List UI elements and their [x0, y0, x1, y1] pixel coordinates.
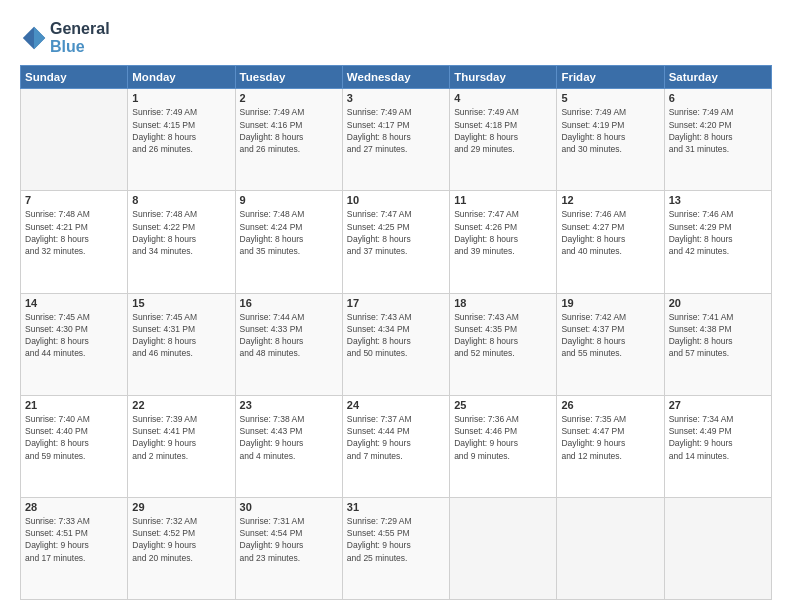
calendar-cell: 30Sunrise: 7:31 AM Sunset: 4:54 PM Dayli…	[235, 497, 342, 599]
calendar-cell: 12Sunrise: 7:46 AM Sunset: 4:27 PM Dayli…	[557, 191, 664, 293]
calendar-body: 1Sunrise: 7:49 AM Sunset: 4:15 PM Daylig…	[21, 89, 772, 600]
svg-marker-1	[34, 26, 45, 48]
calendar-cell: 16Sunrise: 7:44 AM Sunset: 4:33 PM Dayli…	[235, 293, 342, 395]
weekday-header: Wednesday	[342, 66, 449, 89]
day-info: Sunrise: 7:38 AM Sunset: 4:43 PM Dayligh…	[240, 413, 338, 462]
calendar-cell: 14Sunrise: 7:45 AM Sunset: 4:30 PM Dayli…	[21, 293, 128, 395]
calendar-cell: 26Sunrise: 7:35 AM Sunset: 4:47 PM Dayli…	[557, 395, 664, 497]
calendar-week-row: 28Sunrise: 7:33 AM Sunset: 4:51 PM Dayli…	[21, 497, 772, 599]
day-number: 9	[240, 194, 338, 206]
day-info: Sunrise: 7:49 AM Sunset: 4:16 PM Dayligh…	[240, 106, 338, 155]
day-info: Sunrise: 7:48 AM Sunset: 4:21 PM Dayligh…	[25, 208, 123, 257]
day-info: Sunrise: 7:47 AM Sunset: 4:25 PM Dayligh…	[347, 208, 445, 257]
calendar-cell: 21Sunrise: 7:40 AM Sunset: 4:40 PM Dayli…	[21, 395, 128, 497]
calendar-cell: 7Sunrise: 7:48 AM Sunset: 4:21 PM Daylig…	[21, 191, 128, 293]
day-number: 24	[347, 399, 445, 411]
day-number: 14	[25, 297, 123, 309]
day-info: Sunrise: 7:45 AM Sunset: 4:31 PM Dayligh…	[132, 311, 230, 360]
calendar-cell: 23Sunrise: 7:38 AM Sunset: 4:43 PM Dayli…	[235, 395, 342, 497]
weekday-row: SundayMondayTuesdayWednesdayThursdayFrid…	[21, 66, 772, 89]
calendar-week-row: 14Sunrise: 7:45 AM Sunset: 4:30 PM Dayli…	[21, 293, 772, 395]
weekday-header: Friday	[557, 66, 664, 89]
calendar-cell: 15Sunrise: 7:45 AM Sunset: 4:31 PM Dayli…	[128, 293, 235, 395]
day-info: Sunrise: 7:35 AM Sunset: 4:47 PM Dayligh…	[561, 413, 659, 462]
day-info: Sunrise: 7:43 AM Sunset: 4:35 PM Dayligh…	[454, 311, 552, 360]
calendar-header: SundayMondayTuesdayWednesdayThursdayFrid…	[21, 66, 772, 89]
logo-icon	[20, 24, 48, 52]
day-number: 13	[669, 194, 767, 206]
calendar-cell: 5Sunrise: 7:49 AM Sunset: 4:19 PM Daylig…	[557, 89, 664, 191]
day-number: 30	[240, 501, 338, 513]
day-number: 3	[347, 92, 445, 104]
calendar-cell: 17Sunrise: 7:43 AM Sunset: 4:34 PM Dayli…	[342, 293, 449, 395]
calendar-cell: 27Sunrise: 7:34 AM Sunset: 4:49 PM Dayli…	[664, 395, 771, 497]
day-info: Sunrise: 7:49 AM Sunset: 4:17 PM Dayligh…	[347, 106, 445, 155]
day-info: Sunrise: 7:46 AM Sunset: 4:27 PM Dayligh…	[561, 208, 659, 257]
calendar-table: SundayMondayTuesdayWednesdayThursdayFrid…	[20, 65, 772, 600]
calendar-cell: 3Sunrise: 7:49 AM Sunset: 4:17 PM Daylig…	[342, 89, 449, 191]
day-number: 5	[561, 92, 659, 104]
day-number: 4	[454, 92, 552, 104]
calendar-week-row: 1Sunrise: 7:49 AM Sunset: 4:15 PM Daylig…	[21, 89, 772, 191]
day-number: 2	[240, 92, 338, 104]
day-number: 25	[454, 399, 552, 411]
calendar-cell: 9Sunrise: 7:48 AM Sunset: 4:24 PM Daylig…	[235, 191, 342, 293]
calendar-cell: 1Sunrise: 7:49 AM Sunset: 4:15 PM Daylig…	[128, 89, 235, 191]
calendar-cell: 25Sunrise: 7:36 AM Sunset: 4:46 PM Dayli…	[450, 395, 557, 497]
day-number: 7	[25, 194, 123, 206]
day-info: Sunrise: 7:46 AM Sunset: 4:29 PM Dayligh…	[669, 208, 767, 257]
day-info: Sunrise: 7:34 AM Sunset: 4:49 PM Dayligh…	[669, 413, 767, 462]
calendar-cell: 11Sunrise: 7:47 AM Sunset: 4:26 PM Dayli…	[450, 191, 557, 293]
logo: General Blue	[20, 20, 110, 55]
calendar-cell: 10Sunrise: 7:47 AM Sunset: 4:25 PM Dayli…	[342, 191, 449, 293]
day-info: Sunrise: 7:42 AM Sunset: 4:37 PM Dayligh…	[561, 311, 659, 360]
day-info: Sunrise: 7:33 AM Sunset: 4:51 PM Dayligh…	[25, 515, 123, 564]
calendar-cell: 4Sunrise: 7:49 AM Sunset: 4:18 PM Daylig…	[450, 89, 557, 191]
calendar-cell: 24Sunrise: 7:37 AM Sunset: 4:44 PM Dayli…	[342, 395, 449, 497]
day-number: 18	[454, 297, 552, 309]
day-info: Sunrise: 7:43 AM Sunset: 4:34 PM Dayligh…	[347, 311, 445, 360]
day-number: 10	[347, 194, 445, 206]
weekday-header: Thursday	[450, 66, 557, 89]
day-number: 28	[25, 501, 123, 513]
calendar-cell: 6Sunrise: 7:49 AM Sunset: 4:20 PM Daylig…	[664, 89, 771, 191]
day-info: Sunrise: 7:29 AM Sunset: 4:55 PM Dayligh…	[347, 515, 445, 564]
day-number: 17	[347, 297, 445, 309]
day-number: 6	[669, 92, 767, 104]
day-info: Sunrise: 7:41 AM Sunset: 4:38 PM Dayligh…	[669, 311, 767, 360]
day-number: 21	[25, 399, 123, 411]
day-info: Sunrise: 7:48 AM Sunset: 4:24 PM Dayligh…	[240, 208, 338, 257]
day-info: Sunrise: 7:48 AM Sunset: 4:22 PM Dayligh…	[132, 208, 230, 257]
calendar-week-row: 21Sunrise: 7:40 AM Sunset: 4:40 PM Dayli…	[21, 395, 772, 497]
calendar-cell: 20Sunrise: 7:41 AM Sunset: 4:38 PM Dayli…	[664, 293, 771, 395]
day-info: Sunrise: 7:47 AM Sunset: 4:26 PM Dayligh…	[454, 208, 552, 257]
weekday-header: Sunday	[21, 66, 128, 89]
weekday-header: Monday	[128, 66, 235, 89]
day-number: 23	[240, 399, 338, 411]
calendar-cell: 13Sunrise: 7:46 AM Sunset: 4:29 PM Dayli…	[664, 191, 771, 293]
day-number: 26	[561, 399, 659, 411]
day-info: Sunrise: 7:49 AM Sunset: 4:18 PM Dayligh…	[454, 106, 552, 155]
calendar-cell: 19Sunrise: 7:42 AM Sunset: 4:37 PM Dayli…	[557, 293, 664, 395]
calendar-cell: 29Sunrise: 7:32 AM Sunset: 4:52 PM Dayli…	[128, 497, 235, 599]
day-info: Sunrise: 7:40 AM Sunset: 4:40 PM Dayligh…	[25, 413, 123, 462]
calendar-cell	[557, 497, 664, 599]
page: General Blue SundayMondayTuesdayWednesda…	[0, 0, 792, 612]
day-number: 1	[132, 92, 230, 104]
calendar-cell: 18Sunrise: 7:43 AM Sunset: 4:35 PM Dayli…	[450, 293, 557, 395]
day-number: 22	[132, 399, 230, 411]
day-number: 19	[561, 297, 659, 309]
calendar-cell	[450, 497, 557, 599]
calendar-cell: 22Sunrise: 7:39 AM Sunset: 4:41 PM Dayli…	[128, 395, 235, 497]
day-info: Sunrise: 7:31 AM Sunset: 4:54 PM Dayligh…	[240, 515, 338, 564]
day-info: Sunrise: 7:39 AM Sunset: 4:41 PM Dayligh…	[132, 413, 230, 462]
weekday-header: Tuesday	[235, 66, 342, 89]
day-info: Sunrise: 7:49 AM Sunset: 4:20 PM Dayligh…	[669, 106, 767, 155]
day-number: 20	[669, 297, 767, 309]
calendar-cell	[21, 89, 128, 191]
day-info: Sunrise: 7:49 AM Sunset: 4:19 PM Dayligh…	[561, 106, 659, 155]
day-number: 27	[669, 399, 767, 411]
day-info: Sunrise: 7:44 AM Sunset: 4:33 PM Dayligh…	[240, 311, 338, 360]
day-number: 29	[132, 501, 230, 513]
day-number: 8	[132, 194, 230, 206]
